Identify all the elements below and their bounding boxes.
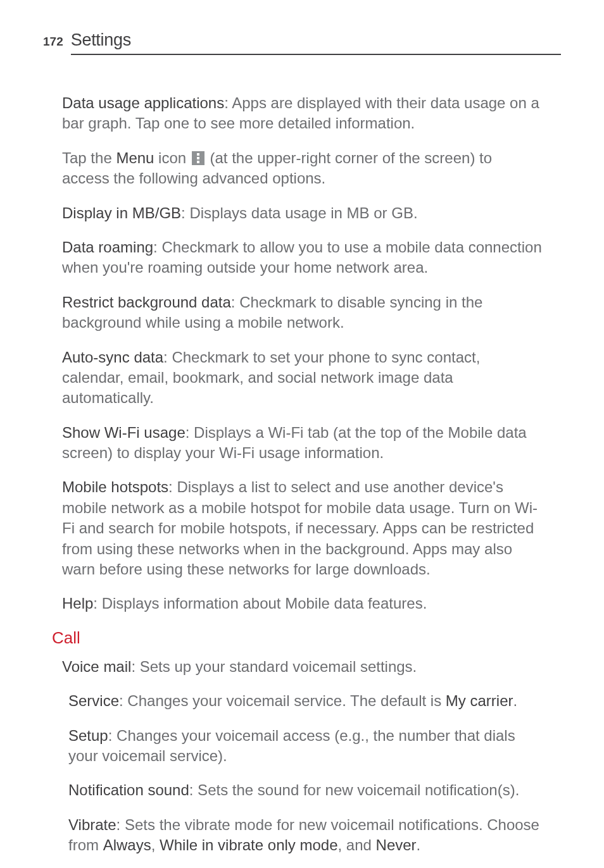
paragraph-text: Tap the	[62, 149, 116, 166]
term-label: Voice mail	[62, 658, 131, 675]
paragraph-text: .	[417, 836, 421, 853]
term-label: Restrict background data	[62, 294, 231, 311]
term-label: My carrier	[446, 692, 513, 709]
term-label: Display in MB/GB	[62, 204, 181, 221]
paragraph-mobile-hotspots: Mobile hotspots: Displays a list to sele…	[62, 477, 542, 580]
paragraph-display-mb-gb: Display in MB/GB: Displays data usage in…	[62, 203, 542, 223]
section-title: Settings	[71, 30, 561, 55]
overflow-menu-icon	[192, 151, 204, 165]
page-content: Data usage applications: Apps are displa…	[0, 55, 604, 856]
paragraph-help: Help: Displays information about Mobile …	[62, 593, 542, 614]
term-label: Show Wi-Fi usage	[62, 424, 186, 441]
term-label: Service	[68, 692, 119, 709]
term-label: Data usage applications	[62, 94, 224, 111]
paragraph-wifi-usage: Show Wi-Fi usage: Displays a Wi-Fi tab (…	[62, 423, 542, 464]
page-number: 172	[43, 35, 63, 49]
paragraph-menu-icon: Tap the Menu icon (at the upper-right co…	[62, 148, 542, 189]
paragraph-text: : Displays data usage in MB or GB.	[181, 204, 418, 221]
term-label: Setup	[68, 727, 108, 744]
term-label: Notification sound	[68, 781, 189, 798]
paragraph-text: : Sets the sound for new voicemail notif…	[189, 781, 520, 798]
term-label: Vibrate	[68, 816, 116, 833]
paragraph-voice-mail: Voice mail: Sets up your standard voicem…	[62, 657, 542, 677]
paragraph-vibrate: Vibrate: Sets the vibrate mode for new v…	[68, 815, 542, 856]
paragraph-text: , and	[338, 836, 376, 853]
paragraph-auto-sync: Auto-sync data: Checkmark to set your ph…	[62, 347, 542, 409]
paragraph-text: : Displays information about Mobile data…	[93, 595, 427, 612]
paragraph-text: icon	[154, 149, 190, 166]
term-label: Data roaming	[62, 239, 153, 256]
paragraph-text: .	[513, 692, 518, 709]
paragraph-text: ,	[151, 836, 160, 853]
page-header: 172 Settings	[0, 0, 604, 55]
term-label: Always	[103, 836, 151, 853]
term-label: Mobile hotspots	[62, 478, 168, 495]
term-label: Menu	[116, 149, 154, 166]
paragraph-text: : Changes your voicemail service. The de…	[119, 692, 446, 709]
paragraph-data-usage-apps: Data usage applications: Apps are displa…	[62, 93, 542, 134]
term-label: Help	[62, 595, 93, 612]
paragraph-setup: Setup: Changes your voicemail access (e.…	[68, 726, 542, 767]
paragraph-data-roaming: Data roaming: Checkmark to allow you to …	[62, 237, 542, 278]
paragraph-service: Service: Changes your voicemail service.…	[68, 691, 542, 711]
paragraph-text: : Sets up your standard voicemail settin…	[131, 658, 417, 675]
term-label: Auto-sync data	[62, 349, 163, 366]
term-label: Never	[376, 836, 417, 853]
subsection-title-call: Call	[52, 628, 542, 648]
term-label: While in vibrate only mode	[160, 836, 337, 853]
paragraph-notification-sound: Notification sound: Sets the sound for n…	[68, 780, 542, 800]
indented-block: Service: Changes your voicemail service.…	[62, 691, 542, 855]
paragraph-restrict-bg-data: Restrict background data: Checkmark to d…	[62, 292, 542, 333]
paragraph-text: : Changes your voicemail access (e.g., t…	[68, 727, 515, 764]
